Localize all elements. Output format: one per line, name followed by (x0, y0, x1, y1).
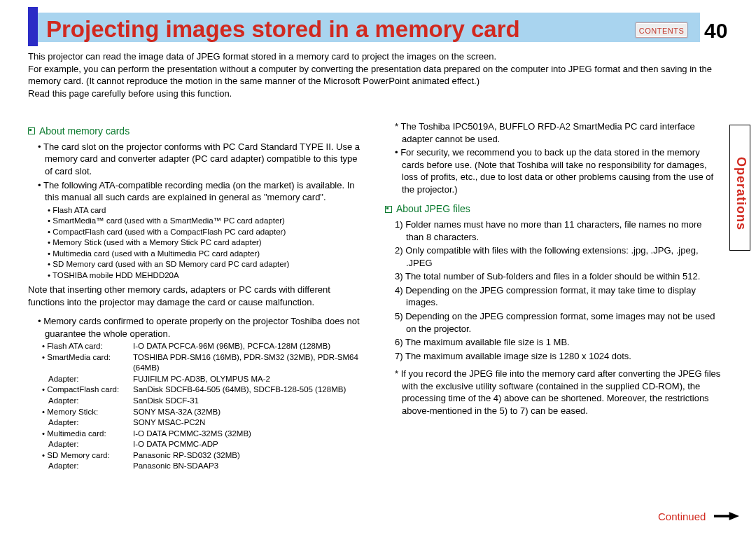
section-bullet-icon (28, 127, 35, 134)
list-item: 7) The maximum available image size is 1… (395, 350, 721, 363)
compat-label: Flash ATA card: (42, 341, 133, 352)
compat-label: Memory Stick: (42, 407, 133, 418)
list-item: SmartMedia™ card (used with a SmartMedia… (48, 216, 364, 227)
compat-value: I-O DATA PCFCA-96M (96MB), PCFCA-128M (1… (133, 341, 364, 352)
continued-label: Continued (658, 510, 706, 524)
compat-label: Adapter: (42, 439, 133, 450)
list-item: Memory Stick (used with a Memory Stick P… (48, 237, 364, 249)
compatibility-table: Flash ATA card:I-O DATA PCFCA-96M (96MB)… (28, 341, 364, 471)
intro-p2: For example, you can perform the present… (28, 63, 728, 88)
section-bullet-icon (385, 206, 392, 213)
header-accent-bar (28, 7, 38, 46)
intro-p3: Read this page carefully before using th… (28, 88, 728, 100)
side-tab-operations[interactable]: Operations (729, 125, 750, 251)
contents-button[interactable]: CONTENTS (636, 22, 687, 38)
compat-value: SONY MSAC-PC2N (133, 417, 364, 429)
compat-value: SanDisk SDCFB-64-505 (64MB), SDCFB-128-5… (133, 384, 364, 396)
list-item: The card slot on the projector conforms … (38, 141, 364, 178)
note-text: Note that inserting other memory cards, … (28, 284, 364, 308)
compat-label: Adapter: (42, 396, 133, 407)
compat-value: SanDisk SDCF-31 (133, 396, 364, 407)
note-item: * The Toshiba IPC5019A, BUFFLO RFD-A2 Sm… (395, 120, 721, 145)
compat-label: SD Memory card: (42, 450, 133, 461)
right-column: * The Toshiba IPC5019A, BUFFLO RFD-A2 Sm… (385, 120, 721, 472)
compat-value: I-O DATA PCMMC-32MS (32MB) (133, 429, 364, 440)
heading-text: About memory cards (39, 125, 130, 138)
intro-p1: This projector can read the image data o… (28, 50, 728, 63)
compat-label: Adapter: (42, 374, 133, 385)
page-number: 40 (704, 17, 727, 46)
compat-label: Multimedia card: (42, 429, 133, 440)
note-item: * If you record the JPEG file into the m… (395, 368, 721, 417)
list-item: 3) The total number of Sub-folders and f… (395, 270, 721, 283)
compat-label: SmartMedia card: (42, 352, 133, 374)
compat-value: Panasonic RP-SD032 (32MB) (133, 450, 364, 461)
compat-value: TOSHIBA PDR-SM16 (16MB), PDR-SM32 (32MB)… (133, 352, 364, 374)
list-item: Multimedia card (used with a Multimedia … (48, 249, 364, 260)
compat-value: Panasonic BN-SDAAP3 (133, 461, 364, 472)
list-item: Flash ATA card (48, 205, 364, 216)
compat-value: FUJIFILM PC-AD3B, OLYMPUS MA-2 (133, 374, 364, 385)
list-item: 5) Depending on the JPEG compression for… (395, 310, 721, 335)
list-item: 6) The maximum available file size is 1 … (395, 336, 721, 349)
list-item: SD Memory card (used with an SD Memory c… (48, 259, 364, 270)
left-column: About memory cards The card slot on the … (28, 120, 364, 472)
compat-value: I-O DATA PCMMC-ADP (133, 439, 364, 450)
intro-text: This projector can read the image data o… (28, 50, 728, 99)
page-title: Projecting images stored in a memory car… (46, 14, 520, 46)
list-item: 4) Depending on the JPEG compression for… (395, 284, 721, 309)
about-jpeg-heading: About JPEG files (385, 202, 721, 216)
list-item: CompactFlash card (used with a CompactFl… (48, 227, 364, 238)
compat-label: Adapter: (42, 417, 133, 429)
list-item: For security, we recommend you to back u… (395, 146, 721, 195)
about-memory-cards-heading: About memory cards (28, 125, 364, 138)
compat-label: CompactFlash card: (42, 384, 133, 396)
compat-value: SONY MSA-32A (32MB) (133, 407, 364, 418)
list-item: Memory cards confirmed to operate proper… (38, 315, 364, 340)
heading-text: About JPEG files (396, 202, 470, 216)
compat-label: Adapter: (42, 461, 133, 472)
list-item: 1) Folder names must have no more than 1… (395, 218, 721, 243)
continued-arrow-icon[interactable] (714, 512, 739, 520)
list-item: The following ATA-compatible recording m… (38, 179, 364, 204)
list-item: 2) Only compatible with files with the f… (395, 244, 721, 269)
list-item: TOSHIBA mobile HDD MEHDD20A (48, 270, 364, 282)
